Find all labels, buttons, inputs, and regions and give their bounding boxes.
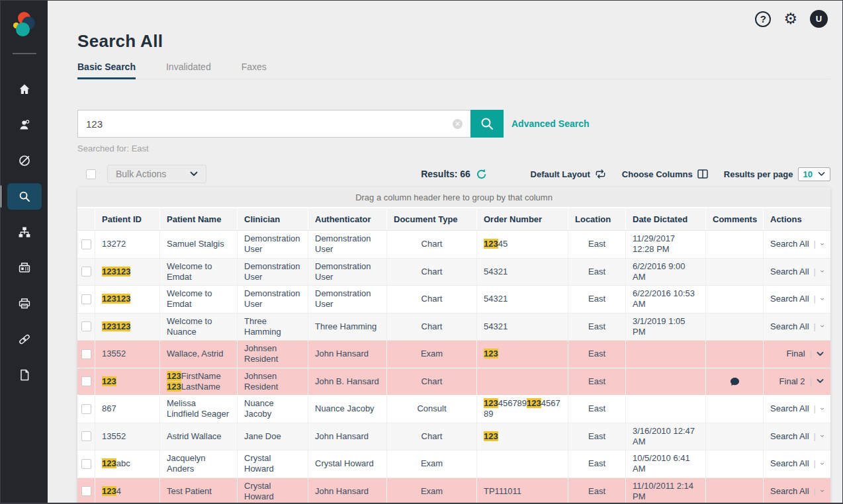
avatar[interactable]: U	[810, 10, 828, 28]
clinician-cell: Jane Doe	[238, 423, 308, 450]
main-content: ? ⚙ U Search All Basic Search Invalidate…	[48, 1, 842, 503]
row-checkbox[interactable]	[81, 239, 91, 249]
patient-name-cell: Test Patient	[160, 478, 238, 504]
column-header[interactable]: Authenticator	[308, 208, 387, 230]
sidebar-item-search[interactable]	[7, 183, 42, 210]
app-logo[interactable]	[13, 12, 36, 38]
document-type-cell: Consult	[387, 396, 477, 423]
sidebar-item-fax[interactable]	[7, 255, 42, 281]
bulk-actions-select[interactable]: Bulk Actions	[107, 165, 206, 183]
authenticator-cell: Demonstration User	[308, 231, 387, 258]
chevron-down-icon[interactable]	[821, 242, 824, 247]
row-checkbox[interactable]	[81, 431, 91, 441]
default-layout-button[interactable]: Default Layout	[531, 169, 606, 179]
row-checkbox[interactable]	[81, 349, 91, 359]
document-type-cell: Chart	[387, 368, 477, 396]
sidebar-item-links[interactable]	[7, 326, 42, 353]
chevron-down-icon[interactable]	[821, 434, 824, 439]
search-input[interactable]	[86, 118, 453, 130]
column-header[interactable]: Order Number	[477, 208, 568, 230]
row-checkbox[interactable]	[81, 321, 91, 331]
row-checkbox[interactable]	[81, 459, 91, 469]
row-action-link[interactable]: Search All	[770, 321, 809, 332]
authenticator-cell: John B. Hansard	[308, 368, 387, 396]
clinician-cell: Johnsen Resident	[238, 368, 308, 396]
comments-cell	[706, 259, 764, 286]
row-action-link[interactable]: Final 2	[779, 376, 805, 387]
row-checkbox[interactable]	[81, 404, 91, 414]
comments-cell	[706, 286, 764, 313]
row-checkbox[interactable]	[81, 267, 91, 276]
column-header[interactable]: Clinician	[238, 208, 308, 230]
chevron-down-icon[interactable]	[821, 489, 824, 493]
patient-id-cell: 123123	[95, 259, 160, 286]
actions-cell: Search All|	[764, 478, 830, 504]
chevron-down-icon[interactable]	[817, 379, 824, 384]
row-action-link[interactable]: Final	[786, 349, 805, 359]
help-icon[interactable]: ?	[755, 11, 771, 27]
chevron-down-icon[interactable]	[821, 297, 824, 302]
choose-columns-button[interactable]: Choose Columns	[622, 169, 708, 179]
chevron-down-icon[interactable]	[821, 269, 824, 274]
document-type-cell: Chart	[387, 231, 477, 258]
column-header[interactable]: Document Type	[387, 208, 477, 230]
order-number-cell: 12345	[477, 231, 568, 258]
chevron-down-icon[interactable]	[817, 352, 824, 357]
date-dictated-cell	[626, 368, 706, 396]
sidebar-item-compose[interactable]	[7, 147, 42, 174]
document-type-cell: Exam	[387, 341, 477, 368]
chevron-down-icon[interactable]	[821, 407, 824, 411]
actions-cell: Search All|	[764, 396, 830, 423]
row-checkbox[interactable]	[81, 294, 91, 304]
sidebar-item-sitemap[interactable]	[7, 219, 42, 245]
sidebar-item-users[interactable]	[7, 112, 42, 138]
sidebar-item-home[interactable]	[7, 76, 42, 103]
row-checkbox[interactable]	[81, 486, 91, 496]
column-header[interactable]: Patient Name	[160, 208, 238, 230]
location-cell: East	[568, 450, 626, 478]
row-checkbox[interactable]	[81, 376, 91, 386]
clear-search-icon[interactable]: ✕	[453, 119, 463, 129]
column-header[interactable]: Date Dictated	[626, 208, 706, 230]
table-header-row: Patient IDPatient NameClinicianAuthentic…	[77, 208, 830, 231]
table-row: 867Melissa Lindfield SeagerNuance Jacoby…	[77, 396, 830, 423]
chevron-down-icon[interactable]	[821, 462, 824, 466]
sidebar-item-documents[interactable]	[7, 362, 42, 388]
clinician-cell: Crystal Howard	[238, 478, 308, 504]
authenticator-cell: Demonstration User	[308, 259, 387, 286]
column-header[interactable]: Location	[568, 208, 626, 230]
tab-basic-search[interactable]: Basic Search	[77, 62, 136, 79]
row-action-link[interactable]: Search All	[770, 403, 809, 414]
row-action-link[interactable]: Search All	[770, 294, 809, 304]
date-dictated-cell	[626, 341, 706, 368]
choose-columns-label: Choose Columns	[622, 169, 693, 179]
bulk-actions-label: Bulk Actions	[116, 169, 166, 179]
location-cell: East	[568, 286, 626, 313]
chevron-down-icon[interactable]	[821, 324, 824, 329]
row-action-link[interactable]: Search All	[770, 458, 809, 469]
advanced-search-link[interactable]: Advanced Search	[511, 118, 590, 129]
group-by-drop-zone[interactable]: Drag a column header here to group by th…	[77, 187, 830, 207]
sidebar-item-print[interactable]	[7, 290, 42, 317]
results-per-page-select[interactable]: 10	[798, 167, 830, 181]
tab-invalidated[interactable]: Invalidated	[166, 62, 211, 79]
action-divider: |	[814, 431, 816, 442]
row-action-link[interactable]: Search All	[770, 267, 809, 277]
row-action-link[interactable]: Search All	[770, 239, 809, 249]
search-button[interactable]	[470, 110, 504, 138]
column-header[interactable]: Patient ID	[95, 208, 160, 230]
tab-faxes[interactable]: Faxes	[242, 62, 267, 79]
patient-id-cell: 13552	[95, 423, 160, 450]
row-action-link[interactable]: Search All	[770, 431, 809, 442]
document-type-cell: Exam	[387, 450, 477, 478]
gear-icon[interactable]: ⚙	[783, 11, 797, 26]
row-action-link[interactable]: Search All	[770, 486, 809, 497]
select-all-checkbox[interactable]	[86, 169, 96, 179]
comment-icon[interactable]	[730, 377, 740, 386]
default-layout-label: Default Layout	[531, 169, 590, 179]
results-label: Results: 66	[421, 169, 470, 179]
refresh-button[interactable]	[476, 169, 487, 180]
column-header[interactable]: Actions	[764, 208, 830, 230]
date-dictated-cell: 3/1/2019 1:05 PM	[626, 314, 706, 341]
column-header[interactable]: Comments	[706, 208, 764, 230]
